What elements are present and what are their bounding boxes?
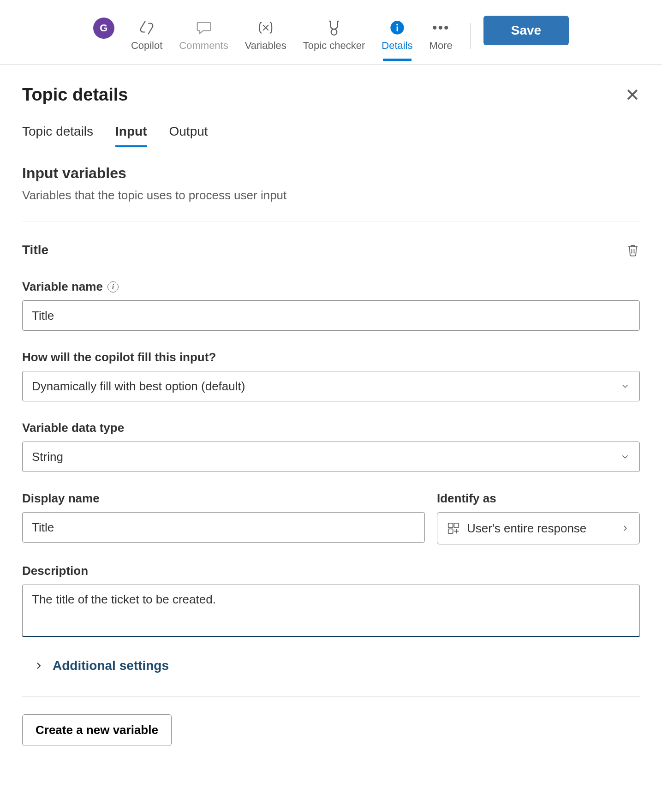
chevron-down-icon <box>620 381 630 391</box>
panel: Topic details ✕ Topic details Input Outp… <box>0 65 662 760</box>
toolbar-topic-checker-label: Topic checker <box>303 40 365 52</box>
field-description: Description <box>22 564 640 639</box>
toolbar-variables-label: Variables <box>245 40 286 52</box>
save-button[interactable]: Save <box>483 16 569 45</box>
variable-header: Title <box>22 243 640 257</box>
field-data-type: Variable data type String <box>22 421 640 472</box>
tab-output[interactable]: Output <box>169 119 208 146</box>
chevron-right-icon <box>33 660 44 671</box>
label-description: Description <box>22 564 640 578</box>
toolbar-comments-label: Comments <box>179 40 228 52</box>
description-input[interactable] <box>22 585 640 637</box>
divider <box>22 696 640 697</box>
page-title: Topic details <box>22 85 128 105</box>
field-identify-as: Identify as User's entire response <box>437 491 640 544</box>
svg-point-0 <box>331 29 337 35</box>
data-type-value: String <box>32 450 63 464</box>
field-fill-mode: How will the copilot fill this input? Dy… <box>22 350 640 401</box>
display-name-input[interactable] <box>22 512 425 543</box>
section-subheading: Variables that the topic uses to process… <box>22 188 640 203</box>
more-icon: ••• <box>432 18 450 38</box>
label-variable-name: Variable name i <box>22 280 640 294</box>
svg-rect-4 <box>448 523 453 528</box>
toolbar-topic-checker[interactable]: Topic checker <box>295 14 374 60</box>
data-type-select[interactable]: String <box>22 442 640 472</box>
label-data-type: Variable data type <box>22 421 640 435</box>
create-variable-button[interactable]: Create a new variable <box>22 714 172 746</box>
toolbar: G Copilot Comments <box>0 0 662 65</box>
field-display-name: Display name <box>22 491 425 544</box>
label-display-name: Display name <box>22 491 425 506</box>
delete-icon[interactable] <box>626 243 640 257</box>
label-identify-as: Identify as <box>437 491 640 506</box>
additional-settings-toggle[interactable]: Additional settings <box>33 658 640 673</box>
svg-point-3 <box>396 24 398 25</box>
panel-header: Topic details ✕ <box>22 85 640 105</box>
toolbar-details[interactable]: Details <box>373 14 421 60</box>
tab-topic-details[interactable]: Topic details <box>22 119 93 146</box>
details-icon <box>390 18 405 38</box>
copilot-icon <box>138 18 155 38</box>
toolbar-copilot[interactable]: Copilot <box>123 14 171 60</box>
comments-icon <box>195 18 213 38</box>
variable-title: Title <box>22 243 48 257</box>
label-fill-mode: How will the copilot fill this input? <box>22 350 640 364</box>
section-heading: Input variables <box>22 165 640 182</box>
toolbar-copilot-label: Copilot <box>131 40 162 52</box>
variables-icon <box>256 18 276 38</box>
fill-mode-value: Dynamically fill with best option (defau… <box>32 379 245 394</box>
toolbar-separator <box>470 23 471 49</box>
toolbar-more[interactable]: ••• More <box>421 14 461 60</box>
tab-input[interactable]: Input <box>115 119 147 146</box>
svg-rect-2 <box>397 26 398 31</box>
variable-name-input[interactable] <box>22 300 640 331</box>
field-variable-name: Variable name i <box>22 280 640 331</box>
svg-rect-5 <box>454 523 459 528</box>
info-icon[interactable]: i <box>107 281 119 293</box>
toolbar-inner: G Copilot Comments <box>93 14 569 60</box>
toolbar-variables[interactable]: Variables <box>237 14 295 60</box>
toolbar-details-label: Details <box>382 40 412 52</box>
chevron-right-icon <box>620 523 630 533</box>
row-display-identify: Display name Identify as User's entire r… <box>22 491 640 544</box>
tabs: Topic details Input Output <box>22 119 640 146</box>
topic-checker-icon <box>325 18 343 38</box>
identify-as-button[interactable]: User's entire response <box>437 512 640 544</box>
entity-icon <box>447 521 460 535</box>
avatar: G <box>93 18 114 39</box>
toolbar-more-label: More <box>429 40 453 52</box>
identify-as-value: User's entire response <box>467 521 586 536</box>
additional-settings-label: Additional settings <box>53 658 169 673</box>
svg-rect-6 <box>448 529 453 533</box>
divider <box>22 221 640 221</box>
close-icon[interactable]: ✕ <box>625 86 640 104</box>
chevron-down-icon <box>620 452 630 462</box>
toolbar-comments[interactable]: Comments <box>171 14 236 60</box>
fill-mode-select[interactable]: Dynamically fill with best option (defau… <box>22 371 640 401</box>
